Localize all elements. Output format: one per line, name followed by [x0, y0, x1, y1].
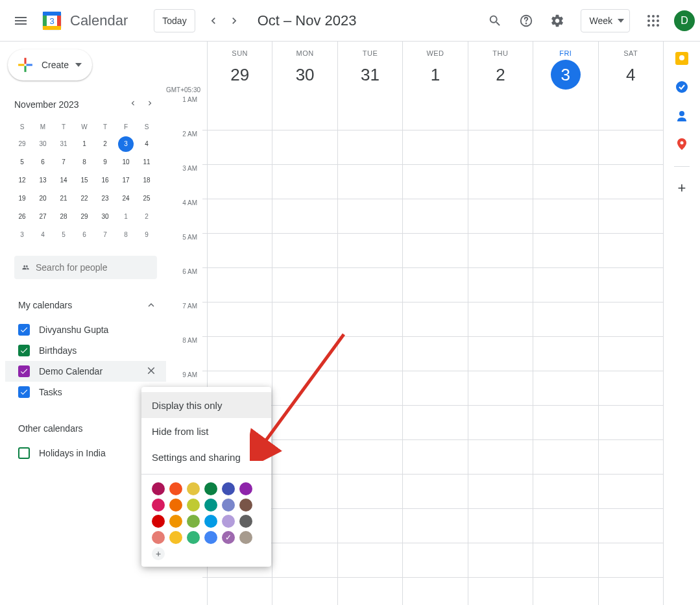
calendar-checkbox[interactable]: [18, 345, 30, 356]
mini-day[interactable]: 6: [32, 154, 53, 173]
mini-day[interactable]: 1: [115, 209, 136, 227]
mini-day[interactable]: 5: [12, 154, 32, 173]
day-column[interactable]: [468, 96, 533, 605]
color-swatch[interactable]: [152, 499, 165, 512]
day-number[interactable]: 30: [290, 60, 320, 90]
color-swatch[interactable]: [169, 531, 182, 544]
calendar-checkbox[interactable]: [18, 324, 30, 336]
mini-day[interactable]: 9: [95, 154, 115, 173]
mini-day[interactable]: 30: [95, 209, 115, 227]
calendar-item[interactable]: Divyanshu Gupta: [5, 319, 166, 340]
mini-day[interactable]: 28: [53, 209, 74, 227]
mini-day[interactable]: 18: [136, 173, 157, 191]
mini-day[interactable]: 11: [136, 154, 157, 173]
mini-day[interactable]: 24: [115, 191, 136, 209]
mini-cal-prev[interactable]: [126, 96, 140, 113]
color-swatch[interactable]: [204, 515, 217, 528]
mini-day[interactable]: 9: [136, 227, 157, 245]
color-swatch[interactable]: [152, 531, 165, 544]
mini-day[interactable]: 30: [32, 136, 53, 154]
color-swatch[interactable]: [187, 499, 200, 512]
color-swatch[interactable]: [187, 482, 200, 495]
day-number[interactable]: 4: [616, 60, 646, 90]
mini-day[interactable]: 17: [115, 173, 136, 191]
day-header[interactable]: SUN29: [208, 42, 272, 96]
day-number[interactable]: 31: [356, 60, 385, 90]
color-swatch[interactable]: [204, 531, 217, 544]
my-calendars-header[interactable]: My calendars: [5, 295, 166, 315]
day-number[interactable]: 3: [551, 60, 581, 90]
mini-day[interactable]: 19: [12, 191, 32, 209]
day-header[interactable]: FRI3: [533, 42, 598, 96]
mini-day[interactable]: 3: [12, 227, 32, 245]
color-swatch[interactable]: [222, 482, 235, 495]
mini-day[interactable]: 7: [95, 227, 115, 245]
google-apps-button[interactable]: [638, 5, 669, 36]
mini-day[interactable]: 21: [53, 191, 74, 209]
day-column[interactable]: [272, 96, 337, 605]
mini-day[interactable]: 3: [115, 136, 136, 154]
account-avatar[interactable]: D: [674, 10, 695, 31]
day-header[interactable]: WED1: [403, 42, 468, 96]
mini-cal-next[interactable]: [143, 96, 157, 113]
color-swatch[interactable]: [204, 499, 217, 512]
create-button[interactable]: Create: [8, 49, 92, 80]
day-header[interactable]: MON30: [272, 42, 337, 96]
mini-day[interactable]: 13: [32, 173, 53, 191]
mini-day[interactable]: 22: [74, 191, 95, 209]
mini-day[interactable]: 6: [74, 227, 95, 245]
prev-week-button[interactable]: [203, 10, 224, 31]
mini-day[interactable]: 10: [115, 154, 136, 173]
mini-day[interactable]: 29: [12, 136, 32, 154]
calendar-checkbox[interactable]: [18, 365, 30, 377]
mini-day[interactable]: 4: [136, 136, 157, 154]
mini-day[interactable]: 7: [53, 154, 74, 173]
calendar-item[interactable]: Birthdays: [5, 340, 166, 361]
color-swatch[interactable]: [169, 515, 182, 528]
color-swatch[interactable]: [187, 531, 200, 544]
mini-day[interactable]: 5: [53, 227, 74, 245]
mini-day[interactable]: 20: [32, 191, 53, 209]
color-swatch[interactable]: [152, 482, 165, 495]
mini-day[interactable]: 26: [12, 209, 32, 227]
color-swatch[interactable]: [239, 482, 252, 495]
today-button[interactable]: Today: [154, 9, 195, 32]
search-people-field[interactable]: [14, 256, 157, 279]
add-color-button[interactable]: +: [152, 547, 165, 560]
maps-icon[interactable]: [675, 138, 688, 153]
mini-day[interactable]: 4: [32, 227, 53, 245]
day-column[interactable]: [533, 96, 598, 605]
main-menu-button[interactable]: [5, 5, 36, 36]
mini-day[interactable]: 25: [136, 191, 157, 209]
view-switcher-button[interactable]: Week: [581, 9, 630, 32]
mini-day[interactable]: 8: [115, 227, 136, 245]
calendar-checkbox[interactable]: [18, 386, 30, 398]
day-number[interactable]: 2: [485, 60, 515, 90]
menu-item[interactable]: Settings and sharing: [141, 444, 271, 470]
mini-day[interactable]: 15: [74, 173, 95, 191]
mini-day[interactable]: 8: [74, 154, 95, 173]
mini-day[interactable]: 1: [74, 136, 95, 154]
mini-day[interactable]: 2: [136, 209, 157, 227]
mini-day[interactable]: 29: [74, 209, 95, 227]
contacts-icon[interactable]: [675, 109, 688, 125]
next-week-button[interactable]: [224, 10, 245, 31]
mini-day[interactable]: 16: [95, 173, 115, 191]
get-addons-button[interactable]: +: [678, 180, 686, 197]
color-swatch[interactable]: [222, 515, 235, 528]
day-header[interactable]: THU2: [468, 42, 533, 96]
mini-day[interactable]: 2: [95, 136, 115, 154]
mini-day[interactable]: 14: [53, 173, 74, 191]
mini-day[interactable]: 31: [53, 136, 74, 154]
color-swatch[interactable]: [204, 482, 217, 495]
day-column[interactable]: [338, 96, 403, 605]
close-icon[interactable]: [145, 365, 157, 378]
keep-icon[interactable]: [675, 52, 688, 68]
support-button[interactable]: [511, 5, 542, 36]
calendar-checkbox[interactable]: [18, 447, 30, 459]
calendar-item[interactable]: Demo Calendar: [5, 361, 166, 382]
search-button[interactable]: [479, 5, 511, 36]
color-swatch[interactable]: [152, 515, 165, 528]
color-swatch[interactable]: [169, 499, 182, 512]
mini-day[interactable]: 12: [12, 173, 32, 191]
